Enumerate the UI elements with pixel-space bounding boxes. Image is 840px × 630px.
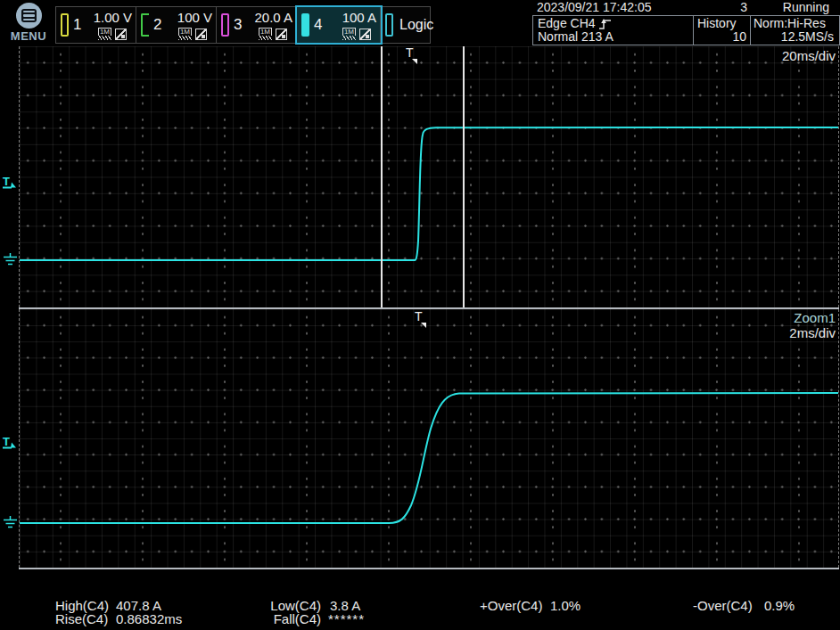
rising-edge-icon — [598, 18, 613, 30]
ch4-waveform-main — [20, 46, 838, 307]
menu-button[interactable]: MENU — [7, 3, 50, 45]
channel-4-color-icon — [301, 13, 309, 37]
acquisition-status: Running — [747, 0, 840, 15]
coupling-dc-icon — [195, 29, 207, 40]
channel-3-scale: 20.0 A — [254, 11, 292, 25]
impedance-1m-icon: 1M — [98, 28, 111, 40]
impedance-1m-icon: 1M — [259, 28, 272, 40]
measurement-bar: High(C4) 407.8 A Low(C4) 3.8 A +Over(C4)… — [0, 598, 840, 630]
channel-3-button[interactable]: 3 20.0 A 1M — [217, 7, 297, 43]
impedance-1m-icon: 1M — [342, 28, 356, 40]
measurement-value: 1.0% — [550, 599, 581, 612]
sample-rate: 12.5MS/s — [754, 30, 839, 44]
channel-2-button[interactable]: 2 100 V 1M — [136, 7, 217, 43]
measurement-value: 3.8 A — [330, 599, 360, 612]
measurement-value: 0.9% — [764, 599, 795, 612]
zoom1-label: Zoom1 — [794, 311, 836, 325]
zoom1-waveform-panel[interactable]: T — [19, 309, 839, 568]
measurement-label: Fall(C4) — [250, 612, 321, 626]
zoom-ch4-ground-marker[interactable] — [2, 516, 19, 529]
measurement-label: High(C4) — [55, 599, 109, 612]
trigger-type: Edge CH4 — [538, 17, 596, 30]
acquisition-panel[interactable]: Norm:Hi-Res 12.5MS/s — [751, 16, 839, 45]
coupling-dc-icon — [359, 29, 371, 40]
trigger-position-marker[interactable]: T — [406, 47, 417, 64]
trigger-settings[interactable]: Edge CH4 Normal 213 A — [533, 16, 694, 45]
channel-1-button[interactable]: 1 1.00 V 1M — [56, 7, 136, 43]
channel-strip: 1 1.00 V 1M 2 100 V 1M 3 — [55, 6, 431, 44]
channel-2-number: 2 — [153, 16, 161, 34]
logic-button[interactable]: Logic — [381, 7, 430, 43]
main-timebase-label: 20ms/div — [782, 49, 836, 63]
channel-4-button[interactable]: 4 100 A 1M — [297, 7, 381, 43]
channel-4-number: 4 — [314, 16, 322, 34]
menu-icon — [16, 3, 42, 29]
measurement-label: -Over(C4) — [693, 599, 753, 612]
main-waveform-panel[interactable]: T — [19, 46, 839, 307]
impedance-1m-icon: 1M — [178, 28, 192, 40]
menu-label: MENU — [7, 29, 50, 43]
measurement-value: 407.8 A — [116, 599, 161, 612]
measurement-value: ****** — [328, 612, 365, 626]
history-label: History — [697, 17, 750, 30]
channel-4-scale: 100 A — [342, 11, 376, 25]
measurement-value: 0.86832ms — [116, 612, 182, 626]
zoom-panel-bottom-border — [19, 568, 839, 569]
history-value: 10 — [697, 30, 750, 44]
coupling-dc-icon — [276, 29, 287, 40]
channel-2-color-icon — [141, 13, 149, 37]
channel-1-number: 1 — [73, 16, 81, 34]
svg-text:T: T — [3, 436, 10, 448]
svg-text:T: T — [3, 176, 10, 188]
measurement-label: Rise(C4) — [55, 612, 108, 626]
datetime: 2023/09/21 17:42:05 — [532, 0, 711, 15]
header-info: 2023/09/21 17:42:05 3 Running Edge CH4 N… — [532, 0, 840, 45]
history-record-number: 3 — [711, 0, 747, 15]
measurement-label: Low(C4) — [250, 599, 321, 612]
measurement-label: +Over(C4) — [480, 599, 542, 612]
zoom-region-left-handle[interactable] — [381, 46, 383, 307]
channel-3-number: 3 — [234, 16, 242, 34]
channel-1-color-icon — [61, 13, 69, 37]
zoom-trigger-level-marker[interactable]: T — [2, 436, 18, 452]
history-panel[interactable]: History 10 — [694, 16, 751, 45]
acquisition-mode: Norm:Hi-Res — [754, 17, 839, 30]
coupling-dc-icon — [115, 29, 127, 40]
trigger-level-marker[interactable]: T — [2, 176, 18, 192]
logic-color-icon — [385, 13, 393, 37]
zoom1-timebase-label: 2ms/div — [789, 326, 836, 340]
zoom-trigger-position-marker[interactable]: T — [415, 311, 426, 328]
channel-1-scale: 1.00 V — [94, 11, 132, 25]
channel-2-scale: 100 V — [177, 11, 212, 25]
ch4-ground-marker[interactable] — [2, 253, 19, 266]
trigger-mode: Normal 213 A — [538, 30, 693, 44]
ch4-waveform-zoom1 — [20, 309, 838, 568]
zoom-region-right-handle[interactable] — [463, 46, 465, 307]
channel-3-color-icon — [221, 13, 229, 37]
logic-label: Logic — [399, 17, 433, 33]
